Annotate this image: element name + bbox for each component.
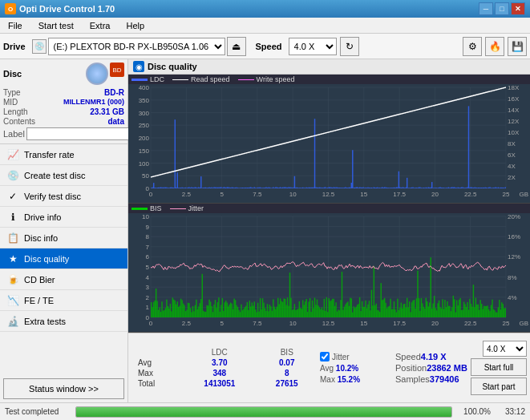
disc-quality-icon: ★ — [6, 252, 19, 265]
cd-bier-icon: 🍺 — [6, 273, 19, 286]
jitter-max-label: Max — [320, 375, 338, 384]
nav-fe-te[interactable]: 📉 FE / TE — [0, 290, 127, 311]
ldc-total: 1413051 — [182, 378, 257, 389]
nav-create-test-disc[interactable]: 💿 Create test disc — [0, 165, 127, 186]
left-panel: Disc BD Type BD-R MID MILLENMR1 (000) Le… — [0, 59, 128, 402]
title-bar: O Opti Drive Control 1.70 ─ □ ✕ — [0, 0, 530, 18]
bottom-speed-select[interactable]: 4.0 X — [483, 341, 527, 357]
nav-verify-test-disc[interactable]: ✓ Verify test disc — [0, 186, 127, 207]
nav-cd-bier-label: CD Bier — [24, 275, 55, 285]
length-label: Length — [3, 107, 28, 116]
ldc-max: 348 — [182, 368, 257, 378]
progress-percent: 100.0% — [459, 407, 491, 416]
speed-select[interactable]: 4.0 X — [289, 38, 337, 55]
charts-container: LDC Read speed Write speed BIS Jitter — [128, 75, 530, 333]
nav-extra-tests[interactable]: 🔬 Extra tests — [0, 311, 127, 332]
maximize-button[interactable]: □ — [495, 2, 509, 15]
save-button[interactable]: 💾 — [508, 37, 527, 56]
nav-disc-quality[interactable]: ★ Disc quality — [0, 248, 127, 269]
ldc-column-header: LDC — [182, 347, 257, 357]
nav-create-disc-label: Create test disc — [24, 171, 85, 180]
disc-title: Disc — [3, 69, 22, 79]
type-value: BD-R — [104, 88, 124, 97]
progress-bar-fill — [76, 407, 451, 417]
jitter-checkbox[interactable] — [320, 352, 330, 361]
menu-help[interactable]: Help — [121, 19, 149, 32]
bd-icon: BD — [110, 63, 124, 77]
bis-legend: BIS Jitter — [128, 204, 530, 213]
contents-label: Contents — [3, 117, 35, 126]
chart-title: Disc quality — [148, 62, 197, 71]
mid-value: MILLENMR1 (000) — [63, 98, 124, 107]
app-title: Opti Drive Control 1.70 — [19, 4, 115, 14]
nav-drive-info-label: Drive info — [24, 212, 61, 222]
nav-cd-bier[interactable]: 🍺 CD Bier — [0, 269, 127, 290]
position-val: 23862 MB — [427, 363, 467, 373]
type-label: Type — [3, 88, 21, 97]
settings-button[interactable]: ⚙ — [463, 37, 482, 56]
nav-transfer-rate[interactable]: 📈 Transfer rate — [0, 144, 127, 165]
app-icon: O — [5, 3, 16, 14]
eject-button[interactable]: ⏏ — [227, 37, 246, 56]
nav-transfer-rate-label: Transfer rate — [24, 150, 75, 160]
menu-bar: File Start test Extra Help — [0, 18, 530, 34]
transfer-rate-icon: 📈 — [6, 148, 19, 161]
progress-time: 33:12 — [497, 407, 525, 416]
status-text: Test completed — [5, 407, 69, 416]
mid-label: MID — [3, 98, 18, 107]
right-panel: ◉ Disc quality LDC Read speed Write spee… — [128, 59, 530, 402]
chart-header: ◉ Disc quality — [128, 59, 530, 75]
fe-te-icon: 📉 — [6, 294, 19, 307]
action-buttons: 4.0 X Start full Start part — [471, 341, 527, 395]
bis-max: 8 — [257, 368, 318, 378]
bis-chart-section: BIS Jitter — [128, 204, 530, 333]
ldc-avg: 3.70 — [182, 357, 257, 368]
close-button[interactable]: ✕ — [511, 2, 525, 15]
max-label: Max — [131, 368, 182, 378]
drive-select[interactable]: (E:) PLEXTOR BD-R PX-LB950SA 1.06 — [48, 38, 225, 55]
speed-val: 4.19 X — [421, 352, 447, 361]
menu-file[interactable]: File — [3, 19, 27, 32]
ldc-chart — [128, 84, 530, 203]
progress-bar-container — [75, 406, 452, 418]
disc-info-icon: 📋 — [6, 232, 19, 244]
samples-label: Samples — [395, 374, 430, 384]
refresh-button[interactable]: ↻ — [340, 37, 359, 56]
jitter-avg: 10.2% — [336, 364, 358, 373]
verify-disc-icon: ✓ — [6, 190, 19, 203]
start-part-button[interactable]: Start part — [471, 378, 527, 395]
samples-val: 379406 — [430, 374, 459, 384]
chart-header-icon: ◉ — [133, 61, 144, 72]
extra-tests-icon: 🔬 — [6, 315, 19, 328]
start-full-button[interactable]: Start full — [471, 358, 527, 376]
nav-disc-info[interactable]: 📋 Disc info — [0, 228, 127, 248]
ldc-chart-section: LDC Read speed Write speed — [128, 75, 530, 204]
jitter-max: 15.2% — [338, 375, 360, 384]
drive-info-icon: ℹ — [6, 211, 19, 224]
progress-section: Test completed 100.0% 33:12 — [0, 402, 530, 420]
drive-icon: 💿 — [32, 39, 47, 54]
jitter-section: Jitter Avg 10.2% Max 15.2% — [320, 352, 392, 384]
bis-avg: 0.07 — [257, 357, 318, 368]
bis-total: 27615 — [257, 378, 318, 389]
drive-label: Drive — [3, 42, 26, 51]
bottom-stats: LDC BIS Avg 3.70 0.07 Max 348 8 Total — [128, 333, 530, 402]
avg-label: Avg — [131, 357, 182, 368]
stats-table: LDC BIS Avg 3.70 0.07 Max 348 8 Total — [131, 347, 317, 389]
nav-disc-info-label: Disc info — [24, 233, 58, 243]
jitter-avg-label: Avg — [320, 364, 336, 373]
menu-extra[interactable]: Extra — [85, 19, 115, 32]
nav-items: 📈 Transfer rate 💿 Create test disc ✓ Ver… — [0, 144, 127, 375]
contents-value: data — [107, 117, 124, 126]
nav-fe-te-label: FE / TE — [24, 296, 54, 305]
speed-label-text: Speed — [395, 352, 421, 361]
total-label: Total — [131, 378, 182, 389]
nav-verify-disc-label: Verify test disc — [24, 192, 81, 201]
label-input[interactable] — [26, 127, 133, 140]
status-window-button[interactable]: Status window >> — [3, 378, 124, 399]
burn-button[interactable]: 🔥 — [485, 37, 504, 56]
speed-section: Speed4.19 X Position23862 MB Samples3794… — [395, 352, 467, 384]
menu-start-test[interactable]: Start test — [34, 19, 79, 32]
minimize-button[interactable]: ─ — [479, 2, 493, 15]
nav-drive-info[interactable]: ℹ Drive info — [0, 207, 127, 228]
